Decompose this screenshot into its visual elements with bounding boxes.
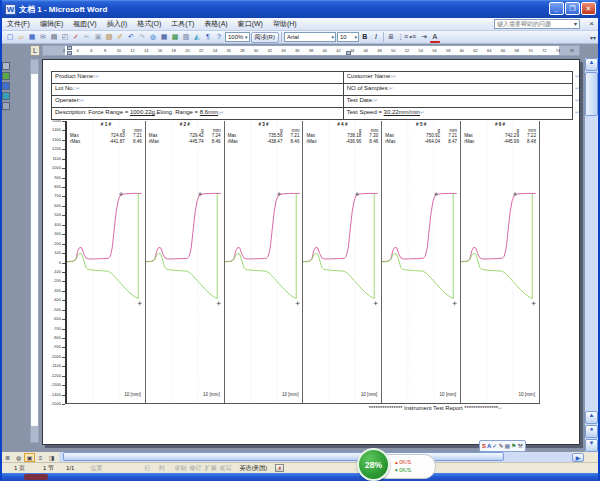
settings-tool-icon[interactable]: ⚒ xyxy=(517,441,522,451)
bullets-button[interactable]: •≡ xyxy=(408,32,418,42)
new-document-icon[interactable]: ▢ xyxy=(5,32,15,42)
plugin-icon-5[interactable] xyxy=(2,102,10,110)
columns-icon[interactable]: ▥ xyxy=(181,32,191,42)
paste-icon[interactable]: ▨ xyxy=(104,32,114,42)
insert-table-icon[interactable]: ▦ xyxy=(159,32,169,42)
outline-view-button[interactable]: ≡ xyxy=(35,453,46,462)
format-painter-icon[interactable]: ✐ xyxy=(115,32,125,42)
print-layout-button[interactable]: ▣ xyxy=(24,453,35,462)
table-cell-right[interactable]: NO.of Samples:↵ xyxy=(344,84,573,95)
toolbar: ▢▱▦✉▤◰✓✂▣▨✐↶↷◍▦▩▥◭¶? 100% ▾ 阅读(R) Arial … xyxy=(2,31,598,44)
browse-object-icon[interactable]: ● xyxy=(585,425,598,438)
menu-item[interactable]: 视图(V) xyxy=(68,20,101,27)
table-cell-right[interactable]: Test Date:↵ xyxy=(344,96,573,107)
undo-icon[interactable]: ↶ xyxy=(126,32,136,42)
open-icon[interactable]: ▱ xyxy=(16,32,26,42)
menu-item[interactable]: 工具(T) xyxy=(166,20,199,27)
table-column-marker[interactable] xyxy=(346,51,351,55)
first-line-indent-marker[interactable] xyxy=(67,46,72,50)
zoom-select[interactable]: 100% ▾ xyxy=(225,32,250,42)
scroll-right-icon[interactable]: ▶ xyxy=(572,453,584,462)
text-tool-icon[interactable]: A xyxy=(487,441,491,451)
cut-icon[interactable]: ✂ xyxy=(82,32,92,42)
spelling-status-icon[interactable]: ✗ xyxy=(275,464,284,472)
read-layout-button[interactable]: 阅读(R) xyxy=(251,32,279,43)
next-page-icon[interactable]: ▼ xyxy=(585,439,598,452)
print-icon[interactable]: ▤ xyxy=(49,32,59,42)
status-extend[interactable]: 扩展 xyxy=(204,464,216,473)
vertical-scroll-thumb[interactable] xyxy=(585,72,598,116)
x-axis-label: 10 [mm] xyxy=(282,392,299,397)
pen-tool-icon[interactable]: ✎ xyxy=(498,441,503,451)
help-question-box[interactable]: 键入需要帮助的问题 ▾ xyxy=(494,19,580,29)
indent-button[interactable]: ⇥ xyxy=(419,32,429,42)
table-cell-left[interactable]: Product Name:↵ xyxy=(52,72,344,83)
font-color-button[interactable]: A xyxy=(430,32,440,43)
status-record[interactable]: 录制 xyxy=(174,464,186,473)
email-icon[interactable]: ✉ xyxy=(38,32,48,42)
font-size-select[interactable]: 10 ▾ xyxy=(337,32,359,42)
restore-button[interactable]: ❐ xyxy=(565,2,580,15)
table-cell-test-speed[interactable]: Test Speed = 30.22mm/min↵ xyxy=(344,108,573,119)
document-close-icon[interactable]: × xyxy=(589,19,594,29)
sogou-icon[interactable]: S xyxy=(482,441,486,451)
menu-item[interactable]: 文件(F) xyxy=(2,20,35,27)
flag-tool-icon[interactable]: ⚑ xyxy=(511,441,516,451)
menu-item[interactable]: 窗口(W) xyxy=(233,20,268,27)
copy-icon[interactable]: ▣ xyxy=(93,32,103,42)
previous-page-icon[interactable]: ▲ xyxy=(585,411,598,424)
menu-item[interactable]: 帮助(H) xyxy=(268,20,302,27)
font-select[interactable]: Arial ▾ xyxy=(284,32,336,42)
hanging-indent-marker[interactable] xyxy=(67,51,72,55)
taskbar-item[interactable] xyxy=(24,474,48,480)
status-overtype[interactable]: 改写 xyxy=(219,464,231,473)
drawing-icon[interactable]: ◭ xyxy=(192,32,202,42)
table-row: Operater:↵Test Date:↵ xyxy=(52,96,573,108)
hyperlink-icon[interactable]: ◍ xyxy=(148,32,158,42)
save-icon[interactable]: ▦ xyxy=(27,32,37,42)
menu-item[interactable]: 表格(A) xyxy=(199,20,232,27)
close-button[interactable]: ✕ xyxy=(581,2,596,15)
toolbar-options-icon[interactable]: ▾▾ xyxy=(590,34,596,41)
minimize-button[interactable]: _ xyxy=(549,2,564,15)
plugin-icon-2[interactable] xyxy=(2,72,10,80)
status-line: 行 xyxy=(144,464,150,473)
bold-button[interactable]: B xyxy=(360,32,370,42)
spelling-icon[interactable]: ✓ xyxy=(71,32,81,42)
insert-excel-icon[interactable]: ▩ xyxy=(170,32,180,42)
align-justify-button[interactable]: ≣ xyxy=(386,32,396,42)
x-axis-label: 10 [mm] xyxy=(203,392,220,397)
plugin-icon-1[interactable] xyxy=(2,62,10,70)
show-hide-icon[interactable]: ¶ xyxy=(203,32,213,42)
status-track-changes[interactable]: 修订 xyxy=(189,464,201,473)
scroll-up-icon[interactable]: ▲ xyxy=(585,58,598,71)
tab-selector[interactable]: L xyxy=(30,45,40,56)
horizontal-scrollbar[interactable] xyxy=(59,452,572,462)
horizontal-scroll-thumb[interactable] xyxy=(63,452,504,461)
image-tool-icon[interactable]: ▦ xyxy=(504,441,510,451)
numbering-button[interactable]: ⋮≡ xyxy=(397,32,407,42)
document-page[interactable]: Product Name:↵Customer Name:↵Lot No.:↵NO… xyxy=(42,59,580,445)
vertical-scrollbar[interactable]: ▲ ▲ ● ▼ xyxy=(585,58,598,452)
help-icon[interactable]: ? xyxy=(214,32,224,42)
y-axis-tick-label: -1000 xyxy=(51,355,61,359)
reading-layout-button[interactable]: ◨ xyxy=(46,453,57,462)
redo-icon[interactable]: ↷ xyxy=(137,32,147,42)
print-preview-icon[interactable]: ◰ xyxy=(60,32,70,42)
menu-item[interactable]: 插入(I) xyxy=(102,20,133,27)
check-tool-icon[interactable]: ✓ xyxy=(492,441,497,451)
web-layout-button[interactable]: ◍ xyxy=(13,453,24,462)
y-axis-tick-label: -1200 xyxy=(51,374,61,378)
plugin-icon-4[interactable] xyxy=(2,92,10,100)
table-cell-left[interactable]: Lot No.:↵ xyxy=(52,84,344,95)
table-cell-description[interactable]: Description: Force Range = 1000.22g,Elon… xyxy=(52,108,344,119)
italic-button[interactable]: I xyxy=(371,32,381,42)
table-cell-left[interactable]: Operater:↵ xyxy=(52,96,344,107)
table-cell-right[interactable]: Customer Name:↵ xyxy=(344,72,573,83)
netspeed-percent-badge[interactable]: 28% xyxy=(357,448,390,481)
plugin-icon-3[interactable] xyxy=(2,82,10,90)
normal-view-button[interactable]: ≣ xyxy=(2,453,13,462)
ruler-number: 34 xyxy=(281,48,285,53)
menu-item[interactable]: 格式(O) xyxy=(132,20,166,27)
menu-item[interactable]: 编辑(E) xyxy=(35,20,68,27)
